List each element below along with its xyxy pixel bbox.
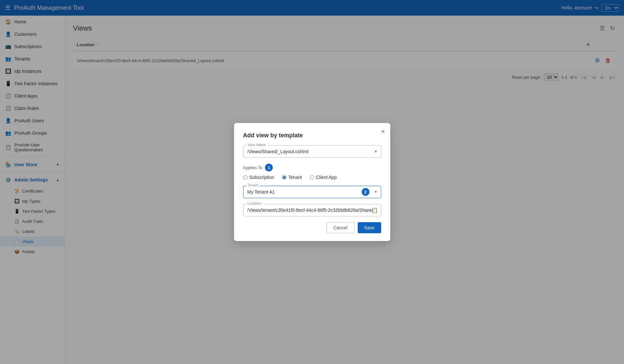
applies-to-section: Applies To 1 Subscription Tenant Client … [243,164,381,180]
tenant-select-wrapper: My Tenant A1 ▼ 2 [243,186,381,198]
radio-client-app[interactable]: Client App [310,175,337,180]
radio-subscription-input[interactable] [243,175,247,180]
copy-icon[interactable]: 📋 [371,207,378,213]
radio-client-app-input[interactable] [310,175,314,180]
radio-client-app-label: Client App [316,175,337,180]
radio-tenant-label: Tenant [288,175,302,180]
modal-title: Add view by template [243,132,381,139]
modal-overlay[interactable]: × Add view by template View Name /Views/… [0,0,624,364]
view-name-label: View Name [246,143,267,147]
radio-subscription-label: Subscription [249,175,274,180]
view-name-field-group: View Name /Views/Shared/_Layout.cshtml ▼ [243,145,381,158]
tenant-select[interactable]: My Tenant A1 [243,186,381,198]
view-name-select-wrapper: /Views/Shared/_Layout.cshtml ▼ [243,145,381,158]
modal: × Add view by template View Name /Views/… [234,123,390,241]
step1-badge: 1 [265,164,273,171]
location-input-wrapper: 📋 [243,204,381,216]
applies-to-text: Applies To [243,165,263,170]
radio-tenant[interactable]: Tenant [282,175,302,180]
tenant-field-group: Tenant My Tenant A1 ▼ 2 [243,186,381,198]
modal-actions: Cancel Save [243,222,381,233]
radio-group-applies-to: Subscription Tenant Client App [243,175,381,180]
location-field-group: Location 📋 [243,204,381,216]
view-name-select[interactable]: /Views/Shared/_Layout.cshtml [243,145,381,158]
radio-subscription[interactable]: Subscription [243,175,274,180]
location-input[interactable] [243,204,381,216]
save-button[interactable]: Save [358,222,381,233]
cancel-button[interactable]: Cancel [326,222,354,233]
step2-badge: 2 [362,188,369,196]
tenant-label: Tenant [246,183,260,187]
radio-tenant-input[interactable] [282,175,286,180]
modal-close-button[interactable]: × [381,128,385,135]
applies-to-label: Applies To 1 [243,164,381,171]
location-label: Location [246,201,263,205]
